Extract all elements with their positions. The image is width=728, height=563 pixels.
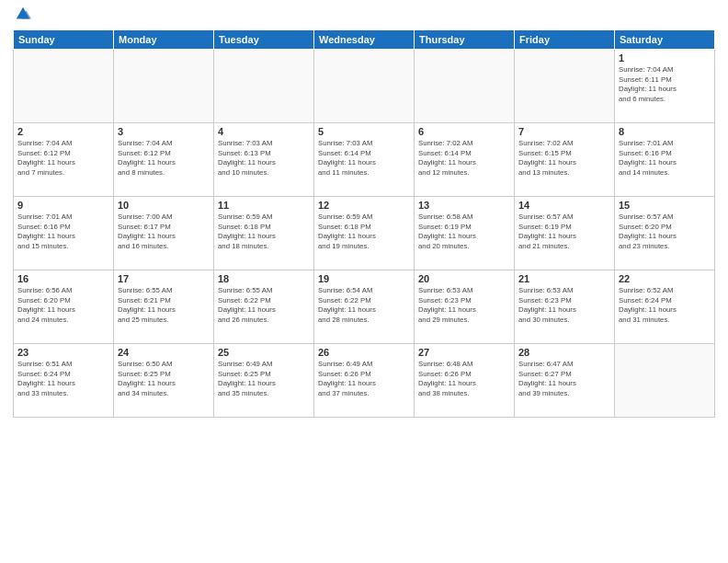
day-info: Sunrise: 6:54 AM Sunset: 6:22 PM Dayligh… (318, 286, 410, 325)
day-info: Sunrise: 6:47 AM Sunset: 6:27 PM Dayligh… (518, 360, 610, 398)
day-number: 10 (118, 200, 210, 211)
calendar-cell (114, 50, 214, 123)
day-info: Sunrise: 6:55 AM Sunset: 6:22 PM Dayligh… (218, 286, 310, 325)
calendar-cell: 5Sunrise: 7:03 AM Sunset: 6:14 PM Daylig… (314, 123, 415, 197)
day-number: 8 (619, 126, 711, 137)
calendar-cell: 21Sunrise: 6:53 AM Sunset: 6:23 PM Dayli… (515, 270, 615, 344)
calendar-cell (415, 50, 515, 123)
day-info: Sunrise: 7:04 AM Sunset: 6:11 PM Dayligh… (619, 65, 711, 104)
calendar-cell (214, 50, 314, 123)
day-number: 18 (218, 273, 310, 284)
day-info: Sunrise: 6:55 AM Sunset: 6:21 PM Dayligh… (118, 286, 210, 325)
day-info: Sunrise: 6:53 AM Sunset: 6:23 PM Dayligh… (518, 286, 610, 325)
calendar-cell: 17Sunrise: 6:55 AM Sunset: 6:21 PM Dayli… (114, 270, 214, 344)
calendar-cell: 18Sunrise: 6:55 AM Sunset: 6:22 PM Dayli… (214, 270, 314, 344)
calendar-table: SundayMondayTuesdayWednesdayThursdayFrid… (13, 29, 715, 418)
day-number: 12 (318, 200, 410, 211)
day-info: Sunrise: 6:50 AM Sunset: 6:25 PM Dayligh… (118, 360, 210, 398)
weekday-header-saturday: Saturday (615, 30, 715, 50)
day-number: 19 (318, 273, 410, 284)
calendar-cell: 28Sunrise: 6:47 AM Sunset: 6:27 PM Dayli… (515, 344, 615, 418)
calendar-cell: 6Sunrise: 7:02 AM Sunset: 6:14 PM Daylig… (415, 123, 515, 197)
day-number: 25 (218, 347, 310, 358)
day-info: Sunrise: 7:02 AM Sunset: 6:14 PM Dayligh… (418, 139, 510, 178)
day-info: Sunrise: 6:59 AM Sunset: 6:18 PM Dayligh… (318, 213, 410, 251)
calendar-cell: 8Sunrise: 7:01 AM Sunset: 6:16 PM Daylig… (615, 123, 715, 197)
calendar-week-row: 23Sunrise: 6:51 AM Sunset: 6:24 PM Dayli… (14, 344, 715, 418)
page-container: SundayMondayTuesdayWednesdayThursdayFrid… (0, 0, 728, 563)
calendar-cell (314, 50, 415, 123)
day-number: 24 (118, 347, 210, 358)
day-info: Sunrise: 6:56 AM Sunset: 6:20 PM Dayligh… (17, 286, 109, 325)
calendar-cell: 25Sunrise: 6:49 AM Sunset: 6:25 PM Dayli… (214, 344, 314, 418)
day-info: Sunrise: 6:52 AM Sunset: 6:24 PM Dayligh… (619, 286, 711, 325)
day-info: Sunrise: 7:00 AM Sunset: 6:17 PM Dayligh… (118, 213, 210, 251)
calendar-cell: 20Sunrise: 6:53 AM Sunset: 6:23 PM Dayli… (415, 270, 515, 344)
weekday-header-row: SundayMondayTuesdayWednesdayThursdayFrid… (14, 30, 715, 50)
calendar-cell: 11Sunrise: 6:59 AM Sunset: 6:18 PM Dayli… (214, 197, 314, 270)
calendar-week-row: 2Sunrise: 7:04 AM Sunset: 6:12 PM Daylig… (14, 123, 715, 197)
day-info: Sunrise: 6:57 AM Sunset: 6:19 PM Dayligh… (518, 213, 610, 251)
day-number: 3 (118, 126, 210, 137)
calendar-cell: 13Sunrise: 6:58 AM Sunset: 6:19 PM Dayli… (415, 197, 515, 270)
day-number: 16 (17, 273, 109, 284)
day-info: Sunrise: 7:02 AM Sunset: 6:15 PM Dayligh… (518, 139, 610, 178)
weekday-header-tuesday: Tuesday (214, 30, 314, 50)
calendar-cell: 16Sunrise: 6:56 AM Sunset: 6:20 PM Dayli… (14, 270, 114, 344)
calendar-cell (615, 344, 715, 418)
calendar-cell: 4Sunrise: 7:03 AM Sunset: 6:13 PM Daylig… (214, 123, 314, 197)
day-number: 15 (619, 200, 711, 211)
day-info: Sunrise: 7:01 AM Sunset: 6:16 PM Dayligh… (619, 139, 711, 178)
day-info: Sunrise: 6:51 AM Sunset: 6:24 PM Dayligh… (17, 360, 109, 398)
day-number: 28 (518, 347, 610, 358)
calendar-cell: 2Sunrise: 7:04 AM Sunset: 6:12 PM Daylig… (14, 123, 114, 197)
day-info: Sunrise: 6:58 AM Sunset: 6:19 PM Dayligh… (418, 213, 510, 251)
day-number: 13 (418, 200, 510, 211)
calendar-week-row: 1Sunrise: 7:04 AM Sunset: 6:11 PM Daylig… (14, 50, 715, 123)
calendar-cell (515, 50, 615, 123)
calendar-week-row: 9Sunrise: 7:01 AM Sunset: 6:16 PM Daylig… (14, 197, 715, 270)
calendar-cell: 14Sunrise: 6:57 AM Sunset: 6:19 PM Dayli… (515, 197, 615, 270)
day-number: 17 (118, 273, 210, 284)
day-number: 1 (619, 52, 711, 63)
day-info: Sunrise: 7:03 AM Sunset: 6:14 PM Dayligh… (318, 139, 410, 178)
calendar-cell: 9Sunrise: 7:01 AM Sunset: 6:16 PM Daylig… (14, 197, 114, 270)
day-number: 4 (218, 126, 310, 137)
day-number: 23 (17, 347, 109, 358)
day-number: 9 (17, 200, 109, 211)
day-number: 21 (518, 273, 610, 284)
weekday-header-friday: Friday (515, 30, 615, 50)
calendar-cell: 15Sunrise: 6:57 AM Sunset: 6:20 PM Dayli… (615, 197, 715, 270)
day-info: Sunrise: 6:59 AM Sunset: 6:18 PM Dayligh… (218, 213, 310, 251)
day-info: Sunrise: 6:49 AM Sunset: 6:25 PM Dayligh… (218, 360, 310, 398)
weekday-header-wednesday: Wednesday (314, 30, 415, 50)
calendar-cell: 19Sunrise: 6:54 AM Sunset: 6:22 PM Dayli… (314, 270, 415, 344)
calendar-cell: 27Sunrise: 6:48 AM Sunset: 6:26 PM Dayli… (415, 344, 515, 418)
logo-icon (15, 6, 31, 22)
header (13, 9, 715, 22)
weekday-header-monday: Monday (114, 30, 214, 50)
calendar-cell: 22Sunrise: 6:52 AM Sunset: 6:24 PM Dayli… (615, 270, 715, 344)
weekday-header-thursday: Thursday (415, 30, 515, 50)
day-info: Sunrise: 6:49 AM Sunset: 6:26 PM Dayligh… (318, 360, 410, 398)
day-number: 5 (318, 126, 410, 137)
day-number: 11 (218, 200, 310, 211)
day-number: 27 (418, 347, 510, 358)
day-info: Sunrise: 7:03 AM Sunset: 6:13 PM Dayligh… (218, 139, 310, 178)
calendar-cell: 26Sunrise: 6:49 AM Sunset: 6:26 PM Dayli… (314, 344, 415, 418)
calendar-cell: 12Sunrise: 6:59 AM Sunset: 6:18 PM Dayli… (314, 197, 415, 270)
day-info: Sunrise: 6:48 AM Sunset: 6:26 PM Dayligh… (418, 360, 510, 398)
calendar-cell: 10Sunrise: 7:00 AM Sunset: 6:17 PM Dayli… (114, 197, 214, 270)
day-number: 7 (518, 126, 610, 137)
calendar-cell: 7Sunrise: 7:02 AM Sunset: 6:15 PM Daylig… (515, 123, 615, 197)
day-number: 2 (17, 126, 109, 137)
calendar-cell: 3Sunrise: 7:04 AM Sunset: 6:12 PM Daylig… (114, 123, 214, 197)
day-number: 26 (318, 347, 410, 358)
day-info: Sunrise: 7:04 AM Sunset: 6:12 PM Dayligh… (118, 139, 210, 178)
day-number: 6 (418, 126, 510, 137)
calendar-cell: 23Sunrise: 6:51 AM Sunset: 6:24 PM Dayli… (14, 344, 114, 418)
calendar-cell: 1Sunrise: 7:04 AM Sunset: 6:11 PM Daylig… (615, 50, 715, 123)
day-info: Sunrise: 7:04 AM Sunset: 6:12 PM Dayligh… (17, 139, 109, 178)
calendar-cell (14, 50, 114, 123)
calendar-week-row: 16Sunrise: 6:56 AM Sunset: 6:20 PM Dayli… (14, 270, 715, 344)
